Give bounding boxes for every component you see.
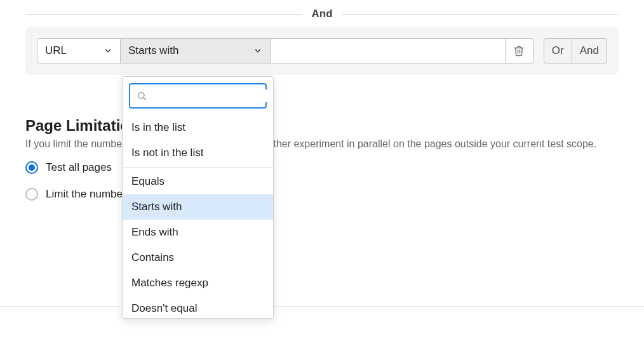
- radio-limit-pages[interactable]: Limit the number of tested pages: [25, 188, 619, 201]
- dropdown-option[interactable]: Is in the list: [123, 115, 273, 140]
- trash-icon: [513, 45, 525, 56]
- dropdown-search-wrap: [123, 77, 273, 115]
- or-button[interactable]: Or: [544, 38, 572, 63]
- value-input[interactable]: [271, 38, 506, 63]
- page-limitation-section: Page Limitation If you limit the number …: [25, 117, 619, 201]
- radio-label: Test all pages: [46, 161, 112, 174]
- section-heading: Page Limitation: [25, 117, 619, 135]
- dropdown-separator: [123, 167, 273, 168]
- dropdown-option[interactable]: Equals: [123, 169, 273, 194]
- dropdown-scroll[interactable]: Is in the list Is not in the list Equals…: [123, 115, 273, 318]
- dropdown-option[interactable]: Ends with: [123, 220, 273, 245]
- divider-label: And: [311, 8, 332, 20]
- dropdown-option[interactable]: Doesn't equal: [123, 296, 273, 318]
- svg-point-0: [138, 93, 144, 98]
- dropdown-option[interactable]: Is not in the list: [123, 140, 273, 166]
- section-description: If you limit the number of tested pages …: [25, 138, 619, 150]
- search-icon: [137, 91, 147, 101]
- condition-input-group: URL Starts with: [37, 38, 533, 63]
- condition-row: URL Starts with Or And: [25, 27, 619, 75]
- divider-line: [0, 306, 644, 307]
- field-select-label: URL: [45, 44, 67, 57]
- chevron-down-icon: [253, 46, 262, 55]
- dropdown-search[interactable]: [129, 83, 267, 109]
- delete-button[interactable]: [506, 38, 533, 63]
- logic-button-group: Or And: [544, 38, 607, 63]
- dropdown-option[interactable]: Contains: [123, 245, 273, 270]
- radio-indicator: [25, 161, 38, 174]
- divider-line-left: [25, 14, 302, 15]
- and-button[interactable]: And: [572, 38, 607, 63]
- dropdown-option[interactable]: Matches regexp: [123, 270, 273, 296]
- operator-select-label: Starts with: [128, 44, 178, 57]
- svg-line-1: [144, 98, 145, 100]
- operator-dropdown-panel: Is in the list Is not in the list Equals…: [122, 76, 274, 319]
- dropdown-option[interactable]: Starts with: [123, 194, 273, 220]
- logic-divider: And: [25, 8, 619, 20]
- operator-select[interactable]: Starts with: [121, 38, 271, 63]
- field-select[interactable]: URL: [37, 38, 121, 63]
- radio-test-all[interactable]: Test all pages: [25, 161, 619, 174]
- dropdown-search-input[interactable]: [152, 90, 274, 102]
- chevron-down-icon: [104, 46, 112, 55]
- radio-indicator: [25, 188, 38, 201]
- divider-line-right: [342, 14, 619, 15]
